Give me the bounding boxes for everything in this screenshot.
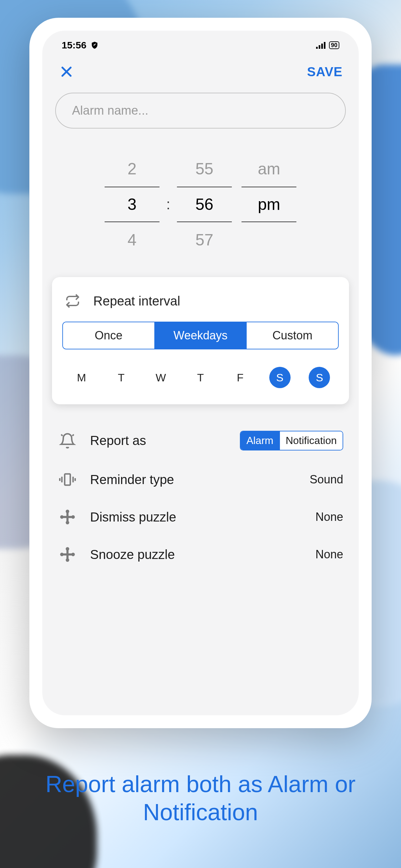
day-fri[interactable]: F (229, 367, 251, 388)
report-as-alarm[interactable]: Alarm (241, 431, 279, 450)
close-button[interactable] (58, 64, 74, 80)
setting-report-as[interactable]: Report as Alarm Notification (52, 421, 349, 461)
snooze-puzzle-label: Snooze puzzle (90, 547, 303, 562)
svg-point-6 (60, 516, 64, 519)
snooze-puzzle-value: None (315, 548, 343, 561)
minute-selected[interactable]: 56 (177, 187, 232, 222)
signal-icon (316, 42, 326, 49)
day-sat[interactable]: S (269, 367, 290, 388)
report-as-label: Report as (90, 433, 227, 448)
minute-column[interactable]: 55 56 57 (172, 151, 237, 258)
settings-list: Report as Alarm Notification Reminder ty… (42, 404, 359, 573)
time-separator: : (164, 196, 172, 213)
bell-icon (58, 432, 77, 449)
reminder-type-label: Reminder type (90, 472, 297, 487)
period-column[interactable]: am pm (237, 151, 301, 258)
svg-point-8 (66, 521, 69, 524)
dismiss-puzzle-label: Dismiss puzzle (90, 510, 303, 524)
minute-prev[interactable]: 55 (195, 151, 213, 187)
minute-next[interactable]: 57 (195, 222, 213, 258)
repeat-option-once[interactable]: Once (63, 322, 154, 349)
repeat-title: Repeat interval (93, 294, 180, 308)
svg-point-13 (71, 553, 75, 556)
period-prev[interactable]: am (258, 151, 280, 187)
day-wed[interactable]: W (150, 367, 172, 388)
svg-rect-16 (63, 554, 72, 556)
svg-point-7 (71, 516, 75, 519)
marketing-caption: Report alarm both as Alarm or Notificati… (0, 770, 401, 826)
battery-icon: 90 (329, 41, 339, 49)
setting-dismiss-puzzle[interactable]: Dismiss puzzle None (52, 498, 349, 536)
svg-point-11 (66, 547, 69, 551)
alarm-name-input[interactable] (55, 93, 346, 128)
day-tue[interactable]: T (111, 367, 132, 388)
svg-point-5 (66, 509, 69, 513)
repeat-option-custom[interactable]: Custom (246, 322, 338, 349)
status-time: 15:56 (62, 40, 87, 51)
time-picker[interactable]: 2 3 4 : 55 56 57 am pm (42, 145, 359, 277)
reminder-type-value: Sound (310, 473, 343, 486)
day-mon[interactable]: M (71, 367, 92, 388)
report-as-segmented: Alarm Notification (240, 431, 343, 451)
svg-point-12 (60, 553, 64, 556)
phone-frame: 15:56 90 SAVE (29, 18, 372, 728)
vibrate-icon (58, 471, 77, 488)
svg-rect-4 (65, 474, 70, 485)
status-bar: 15:56 90 (42, 31, 359, 54)
report-as-notification[interactable]: Notification (279, 431, 343, 450)
svg-rect-2 (321, 43, 323, 49)
svg-rect-1 (319, 45, 320, 49)
dismiss-puzzle-value: None (315, 510, 343, 524)
repeat-segmented: Once Weekdays Custom (62, 321, 339, 349)
day-thu[interactable]: T (190, 367, 211, 388)
repeat-option-weekdays[interactable]: Weekdays (154, 322, 246, 349)
setting-reminder-type[interactable]: Reminder type Sound (52, 461, 349, 498)
shield-icon (90, 41, 99, 50)
setting-snooze-puzzle[interactable]: Snooze puzzle None (52, 536, 349, 573)
svg-point-14 (66, 558, 69, 562)
hour-next[interactable]: 4 (127, 222, 136, 258)
save-button[interactable]: SAVE (307, 65, 343, 79)
period-selected[interactable]: pm (242, 187, 297, 222)
day-sun[interactable]: S (309, 367, 330, 388)
svg-rect-10 (63, 516, 72, 518)
svg-rect-3 (324, 42, 326, 49)
header: SAVE (42, 54, 359, 93)
repeat-card: Repeat interval Once Weekdays Custom M T… (52, 277, 349, 404)
svg-rect-0 (316, 47, 318, 49)
days-row: M T W T F S S (62, 362, 339, 388)
puzzle-icon (58, 508, 77, 525)
screen: 15:56 90 SAVE (42, 31, 359, 715)
hour-selected[interactable]: 3 (104, 187, 159, 222)
hour-column[interactable]: 2 3 4 (100, 151, 164, 258)
close-icon (59, 65, 73, 79)
puzzle-icon (58, 546, 77, 563)
battery-level: 90 (331, 42, 337, 49)
hour-prev[interactable]: 2 (127, 151, 136, 187)
repeat-icon (65, 293, 81, 309)
